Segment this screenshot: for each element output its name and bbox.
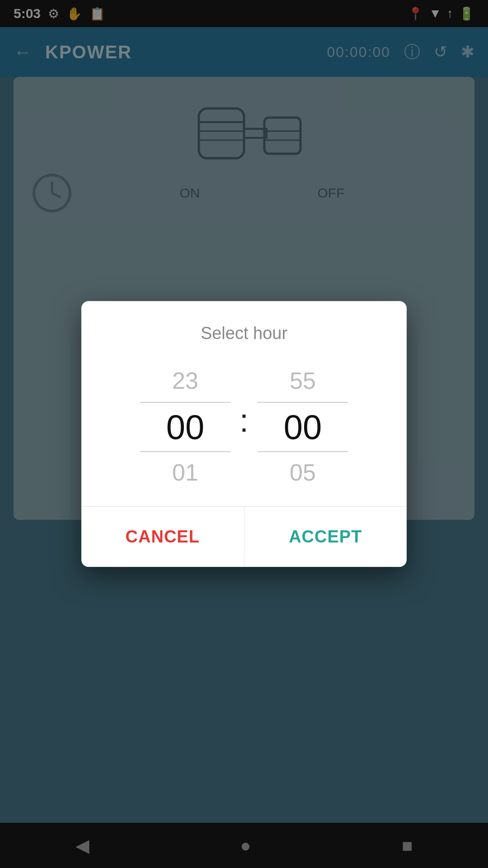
minutes-column[interactable]: 55 00 05 [258,366,348,488]
dialog-title: Select hour [81,301,407,357]
minutes-below[interactable]: 05 [290,458,316,488]
time-picker: 23 00 01 : 55 00 05 [81,357,407,506]
cancel-button[interactable]: CANCEL [81,507,244,567]
dialog-overlay: Select hour 23 00 01 : 55 00 05 [0,0,488,868]
hours-column[interactable]: 23 00 01 [140,366,230,488]
dialog-actions: CANCEL ACCEPT [81,506,407,567]
hours-below[interactable]: 01 [172,458,198,488]
minutes-above[interactable]: 55 [290,366,316,396]
accept-button[interactable]: ACCEPT [244,507,407,567]
hours-selected[interactable]: 00 [166,403,205,451]
hours-above[interactable]: 23 [172,366,198,396]
minutes-selected[interactable]: 00 [284,403,322,451]
time-separator: : [235,402,253,439]
time-picker-dialog: Select hour 23 00 01 : 55 00 05 [81,301,407,566]
